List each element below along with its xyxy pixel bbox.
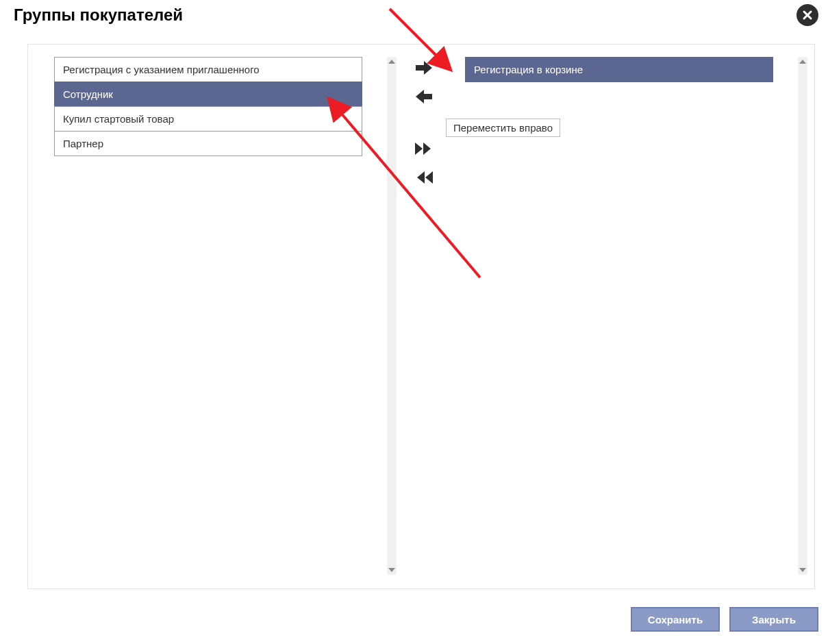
scroll-up-icon[interactable] — [387, 57, 397, 66]
list-item[interactable]: Партнер — [54, 131, 362, 156]
move-left-button[interactable] — [413, 86, 435, 108]
scroll-down-icon[interactable] — [798, 565, 807, 575]
scroll-down-icon[interactable] — [387, 565, 397, 575]
close-icon — [802, 10, 813, 21]
move-all-right-button[interactable] — [413, 138, 435, 160]
available-list: Регистрация с указанием приглашенного Со… — [54, 57, 362, 156]
arrow-right-icon — [414, 60, 434, 76]
dialog-footer: Сохранить Закрыть — [631, 607, 818, 632]
list-item[interactable]: Регистрация в корзине — [465, 57, 773, 82]
selected-list: Регистрация в корзине — [465, 57, 773, 82]
save-button[interactable]: Сохранить — [631, 607, 720, 632]
left-scrollbar[interactable] — [387, 57, 397, 575]
double-arrow-right-icon — [414, 141, 434, 156]
dialog-title: Группы покупателей — [14, 5, 183, 25]
list-item[interactable]: Регистрация с указанием приглашенного — [54, 57, 362, 82]
move-right-tooltip: Переместить вправо — [446, 119, 560, 137]
move-right-button[interactable] — [413, 57, 435, 79]
right-scrollbar[interactable] — [798, 57, 807, 575]
dialog-body: Регистрация с указанием приглашенного Со… — [27, 44, 815, 589]
list-item[interactable]: Купил стартовый товар — [54, 106, 362, 132]
transfer-controls — [410, 57, 438, 188]
double-arrow-left-icon — [414, 170, 434, 185]
scroll-up-icon[interactable] — [798, 57, 807, 66]
list-item[interactable]: Сотрудник — [54, 82, 362, 107]
close-button[interactable]: Закрыть — [729, 607, 818, 632]
close-dialog-button[interactable] — [796, 4, 818, 26]
available-list-panel: Регистрация с указанием приглашенного Со… — [54, 57, 397, 575]
arrow-left-icon — [414, 88, 434, 105]
move-all-left-button[interactable] — [413, 166, 435, 188]
